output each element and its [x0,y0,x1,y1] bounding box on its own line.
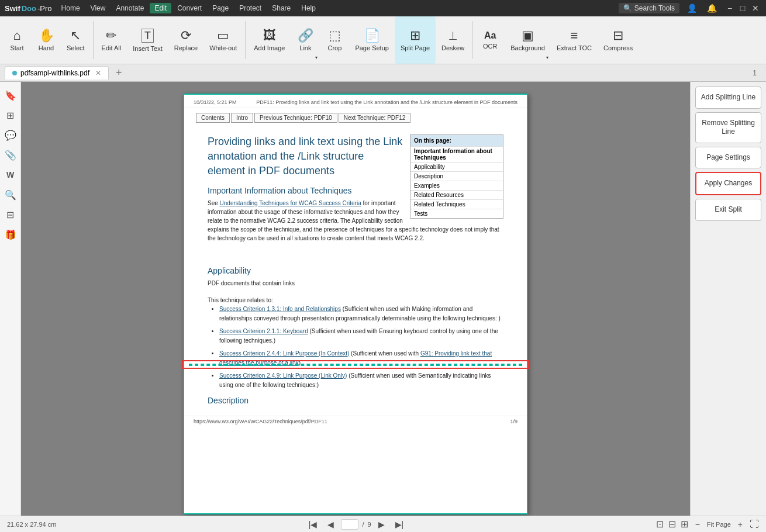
section1-link[interactable]: Understanding Techniques for WCAG Succes… [220,200,361,206]
tool-start[interactable]: ⌂ Start [2,16,32,64]
page-settings-button[interactable]: Page Settings [695,147,761,169]
tool-background[interactable]: ▣ Background ▾ [505,16,551,64]
menu-bar: Home View Annotate Edit Convert Page Pro… [57,3,320,13]
menu-page[interactable]: Page [208,3,233,13]
app-name-highlight: Doo [22,4,36,13]
first-page-button[interactable]: |◀ [305,519,321,530]
tool-edit-all-label: Edit All [102,44,122,51]
remove-splitting-line-button[interactable]: Remove Splitting Line [695,112,761,143]
fullscreen-icon[interactable]: ⛶ [750,519,759,530]
background-icon: ▣ [522,29,534,42]
statusbar: 21.62 x 27.94 cm |◀ ◀ 1 / 9 ▶ ▶| ⊡ ⊟ ⊞ −… [0,516,766,532]
zoom-in-button[interactable]: + [736,520,745,529]
main-area: 🔖 ⊞ 💬 📎 W 🔍 ⊟ 🎁 10/31/22, 5:21 PM PDF11:… [0,82,766,516]
grid-icon[interactable]: ⊞ [681,519,688,530]
insert-text-icon: T [142,29,154,43]
side-box-item-6[interactable]: Tests [410,209,503,218]
side-box-item-0[interactable]: Important Information about Techniques [410,146,503,162]
tool-hand[interactable]: ✋ Hand [32,16,61,64]
last-page-button[interactable]: ▶| [392,519,408,530]
tool-white-out[interactable]: ▭ White-out [203,16,243,64]
tool-replace[interactable]: ⟳ Replace [168,16,203,64]
tool-extract-toc[interactable]: ≡ Extract TOC [551,16,598,64]
add-splitting-line-button[interactable]: Add Splitting Line [695,87,761,109]
menu-annotate[interactable]: Annotate [111,3,149,13]
menu-help[interactable]: Help [296,3,320,13]
tool-deskew[interactable]: ⟂ Deskew [436,16,470,64]
tool-ocr[interactable]: Aa OCR [475,16,505,64]
search-tools[interactable]: 🔍 Search Tools [619,3,679,13]
pdf-side-box: On this page: Important Information abou… [410,134,503,219]
tab-pdf[interactable]: pdfsampl-withlinks.pdf ✕ [5,66,109,80]
prev-page-button[interactable]: ◀ [324,519,337,530]
side-box-title: On this page: [410,135,503,146]
tab-filename: pdfsampl-withlinks.pdf [20,69,89,77]
tool-replace-label: Replace [174,44,198,51]
sidebar-gift[interactable]: 🎁 [2,226,19,243]
maximize-button[interactable]: □ [737,2,748,14]
side-box-item-2[interactable]: Description [410,171,503,181]
pdf-footer-url: https://www.w3.org/WAI/WCAG22/Techniques… [194,419,327,424]
menu-edit[interactable]: Edit [150,3,171,13]
side-box-item-5[interactable]: Related Techniques [410,199,503,209]
tool-split-page[interactable]: ⊞ Split Page [395,16,436,64]
menu-home[interactable]: Home [57,3,85,13]
pdf-nav-bar: Contents Intro Previous Technique: PDF10… [184,108,527,127]
window-controls: − □ ✕ [724,2,761,14]
pdf-page: 10/31/22, 5:21 PM PDF11: Providing links… [183,94,528,514]
side-box-item-4[interactable]: Related Resources [410,190,503,199]
pdf-footer: https://www.w3.org/WAI/WCAG22/Techniques… [184,416,527,427]
exit-split-button[interactable]: Exit Split [695,199,761,221]
apply-changes-button[interactable]: Apply Changes [695,172,761,195]
user-icon[interactable]: 👤 [683,0,701,17]
tool-crop-label: Crop [327,44,341,51]
new-tab-button[interactable]: + [111,65,127,80]
side-box-item-1[interactable]: Applicability [410,162,503,171]
tool-compress[interactable]: ⊟ Compress [598,16,639,64]
menu-share[interactable]: Share [267,3,295,13]
side-box-item-3[interactable]: Examples [410,181,503,190]
sidebar-search[interactable]: 🔍 [2,186,19,203]
tool-page-setup[interactable]: 📄 Page Setup [349,16,395,64]
minimize-button[interactable]: − [724,2,736,14]
next-page-button[interactable]: ▶ [375,519,388,530]
hand-icon: ✋ [39,29,54,42]
nav-next[interactable]: Next Technique: PDF12 [339,113,410,123]
sidebar-word[interactable]: W [2,166,19,184]
nav-contents[interactable]: Contents [196,113,230,123]
view-icon[interactable]: ⊟ [668,519,676,530]
nav-prev[interactable]: Previous Technique: PDF10 [254,113,337,123]
zoom-out-button[interactable]: − [693,520,702,529]
notification-icon[interactable]: 🔔 [703,0,720,17]
sidebar-attachments[interactable]: 📎 [2,146,19,164]
split-line[interactable] [184,364,527,365]
tool-edit-all[interactable]: ✏ Edit All [96,16,127,64]
tool-crop[interactable]: ⬚ Crop [320,16,349,64]
page-setup-icon: 📄 [364,29,380,42]
close-button[interactable]: ✕ [750,2,761,14]
list-link-3[interactable]: Success Criterion 2.4.9: Link Purpose (L… [219,372,347,379]
white-out-icon: ▭ [217,29,229,42]
tool-add-image[interactable]: 🖼 Add Image [248,16,291,64]
tool-insert-text[interactable]: T Insert Text [127,16,168,64]
sidebar-layers[interactable]: ⊟ [2,206,19,223]
menu-view[interactable]: View [86,3,111,13]
pdf-area: 10/31/22, 5:21 PM PDF11: Providing links… [21,82,690,516]
tool-link[interactable]: 🔗 Link ▾ [291,16,320,64]
sidebar-bookmark[interactable]: 🔖 [2,87,19,104]
menu-convert[interactable]: Convert [172,3,206,13]
tool-extract-toc-label: Extract TOC [557,44,592,51]
current-page-input[interactable]: 1 [341,519,358,530]
page-indicator: 1 [748,69,761,77]
nav-intro[interactable]: Intro [231,113,253,123]
tool-select[interactable]: ↖ Select [61,16,91,64]
tab-close-icon[interactable]: ✕ [95,69,101,77]
fit-page-icon[interactable]: ⊡ [656,519,664,530]
sidebar-pages[interactable]: ⊞ [2,106,19,124]
list-link-2[interactable]: Success Criterion 2.4.4: Link Purpose (I… [219,350,349,357]
menu-protect[interactable]: Protect [234,3,266,13]
app-name-prefix: Swif [5,4,20,13]
list-link-0[interactable]: Success Criterion 1.3.1: Info and Relati… [219,306,341,312]
sidebar-comments[interactable]: 💬 [2,126,19,144]
list-link-1[interactable]: Success Criterion 2.1.1: Keyboard [219,328,308,334]
